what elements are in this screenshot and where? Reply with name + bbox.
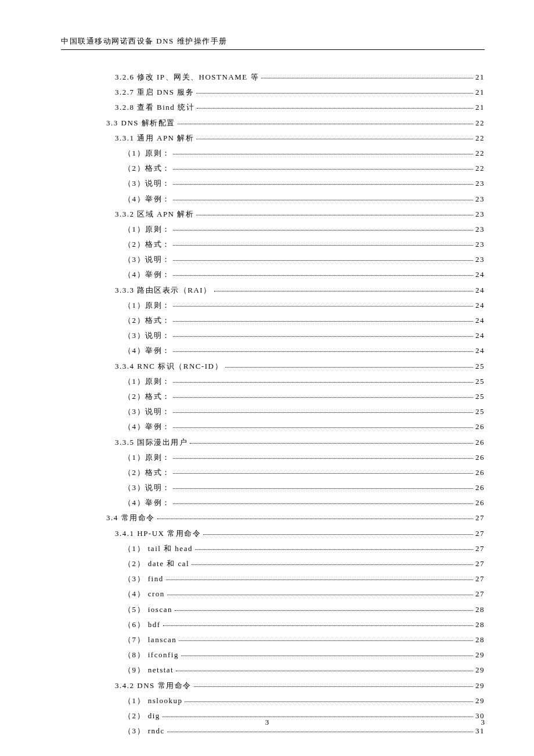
toc-entry[interactable]: （6） bdf28 [106, 621, 485, 628]
toc-entry-label: （1）原则： [124, 377, 172, 385]
toc-entry[interactable]: （3） rndc31 [106, 727, 485, 735]
toc-entry-label: （1）原则： [124, 301, 172, 309]
toc-entry-label: （3）说明： [124, 255, 172, 263]
toc-entry-page: 23 [474, 179, 485, 187]
toc-entry-page: 24 [474, 286, 485, 294]
toc-entry-page: 29 [474, 651, 485, 658]
toc-entry-label: （5） ioscan [124, 606, 174, 613]
toc-dots [203, 534, 473, 535]
toc-entry[interactable]: （1）原则：24 [106, 301, 485, 309]
toc-entry[interactable]: （4）举例：26 [106, 499, 485, 506]
toc-entry-page: 23 [474, 240, 485, 248]
toc-entry[interactable]: （8） ifconfig29 [106, 651, 485, 658]
toc-entry-page: 24 [474, 316, 485, 324]
toc-entry-label: （4）举例： [124, 423, 172, 430]
toc-entry-page: 24 [474, 332, 485, 339]
toc-dots [225, 367, 473, 368]
toc-entry[interactable]: 3.3.4 RNC 标识（RNC-ID）25 [106, 362, 485, 370]
toc-entry-label: 3.3.2 区域 APN 解析 [115, 210, 195, 218]
toc-dots [173, 169, 474, 170]
toc-entry[interactable]: （3）说明：23 [106, 179, 485, 187]
toc-entry[interactable]: 3.4.1 HP-UX 常用命令27 [106, 530, 485, 537]
toc-entry-label: （2）格式： [124, 469, 172, 476]
toc-dots [166, 579, 473, 580]
toc-entry[interactable]: 3.2.8 查看 Bind 统计21 [106, 103, 485, 111]
toc-entry[interactable]: （2） date 和 cal27 [106, 560, 485, 567]
toc-entry[interactable]: （4） cron27 [106, 590, 485, 597]
toc-entry-page: 22 [474, 134, 485, 142]
toc-entry[interactable]: （1）原则：22 [106, 149, 485, 157]
toc-entry[interactable]: （1） tail 和 head27 [106, 545, 485, 552]
toc-entry-page: 27 [474, 575, 485, 582]
toc-entry[interactable]: （1）原则：26 [106, 453, 485, 461]
toc-entry[interactable]: （3）说明：25 [106, 408, 485, 415]
toc-entry[interactable]: （7） lanscan28 [106, 636, 485, 643]
toc-entry-page: 28 [474, 621, 485, 628]
page-number-right: 3 [481, 718, 485, 727]
toc-entry[interactable]: （1）原则：25 [106, 377, 485, 385]
toc-dots [173, 458, 474, 459]
toc-entry[interactable]: （9） netstat29 [106, 666, 485, 674]
toc-entry[interactable]: 3.3.5 国际漫出用户26 [106, 438, 485, 446]
toc-entry[interactable]: （3）说明：23 [106, 255, 485, 263]
toc-entry-page: 27 [474, 560, 485, 567]
toc-entry[interactable]: （4）举例：24 [106, 347, 485, 354]
toc-entry-page: 29 [474, 697, 485, 704]
toc-dots [173, 230, 474, 231]
toc-entry[interactable]: 3.2.6 修改 IP、网关、HOSTNAME 等21 [106, 73, 485, 81]
toc-entry[interactable]: 3.3.3 路由区表示（RAI）24 [106, 286, 485, 294]
toc-entry[interactable]: （3） find27 [106, 575, 485, 582]
toc-entry[interactable]: （3）说明：26 [106, 484, 485, 491]
toc-entry[interactable]: （2）格式：22 [106, 164, 485, 172]
toc-entry-label: （2）格式： [124, 164, 172, 172]
toc-entry[interactable]: （2）格式：24 [106, 316, 485, 324]
toc-entry-label: （9） netstat [124, 666, 175, 674]
toc-entry-page: 26 [474, 484, 485, 491]
toc-entry-page: 21 [474, 88, 485, 96]
toc-entry[interactable]: （5） ioscan28 [106, 606, 485, 613]
toc-entry[interactable]: 3.3.2 区域 APN 解析23 [106, 210, 485, 218]
toc-entry[interactable]: （4）举例：24 [106, 271, 485, 278]
toc-entry-label: 3.4.1 HP-UX 常用命令 [115, 530, 202, 537]
toc-entry[interactable]: （4）举例：23 [106, 195, 485, 203]
toc-dots [214, 291, 473, 291]
toc-dots [173, 488, 474, 489]
toc-entry[interactable]: （2）格式：23 [106, 240, 485, 248]
table-of-contents: 3.2.6 修改 IP、网关、HOSTNAME 等213.2.7 重启 DNS … [61, 73, 485, 735]
toc-dots [173, 154, 474, 154]
toc-entry[interactable]: （3）说明：24 [106, 332, 485, 339]
toc-dots [173, 200, 474, 200]
toc-dots [195, 549, 473, 550]
toc-entry[interactable]: 3.4 常用命令27 [106, 514, 485, 521]
toc-entry[interactable]: （1）原则：23 [106, 225, 485, 233]
toc-entry-label: （3）说明： [124, 332, 172, 339]
toc-entry[interactable]: （2）格式：25 [106, 393, 485, 400]
toc-entry-page: 29 [474, 682, 485, 689]
toc-entry[interactable]: （4）举例：26 [106, 423, 485, 430]
toc-dots [173, 275, 474, 276]
toc-entry-label: （1）原则： [124, 453, 172, 461]
toc-entry-page: 23 [474, 255, 485, 263]
toc-entry[interactable]: 3.4.2 DNS 常用命令29 [106, 682, 485, 689]
toc-entry[interactable]: （1） nslookup29 [106, 697, 485, 704]
toc-entry-page: 27 [474, 514, 485, 521]
toc-entry-label: （3） find [124, 575, 165, 582]
toc-entry-page: 22 [474, 119, 485, 127]
toc-entry-label: （4） cron [124, 590, 166, 597]
toc-entry-label: 3.3.4 RNC 标识（RNC-ID） [115, 362, 224, 370]
toc-entry-label: （2）格式： [124, 393, 172, 400]
toc-entry-page: 24 [474, 271, 485, 278]
toc-entry-page: 25 [474, 377, 485, 385]
document-header: 中国联通移动网诺西设备 DNS 维护操作手册 [61, 36, 485, 50]
toc-dots [173, 306, 474, 307]
toc-entry[interactable]: 3.3.1 通用 APN 解析22 [106, 134, 485, 142]
toc-entry-page: 28 [474, 636, 485, 643]
toc-entry-label: 3.3.3 路由区表示（RAI） [115, 286, 213, 294]
toc-entry-page: 24 [474, 347, 485, 354]
toc-entry-page: 21 [474, 103, 485, 111]
toc-entry[interactable]: 3.2.7 重启 DNS 服务21 [106, 88, 485, 96]
toc-entry-page: 23 [474, 225, 485, 233]
toc-entry[interactable]: （2）格式：26 [106, 469, 485, 476]
toc-entry[interactable]: 3.3 DNS 解析配置22 [106, 119, 485, 127]
toc-entry-page: 31 [474, 727, 485, 735]
